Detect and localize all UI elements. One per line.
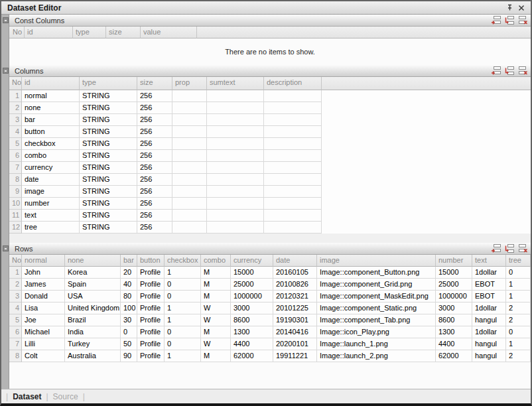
delete-row-button[interactable]	[517, 243, 528, 253]
cell-type[interactable]: STRING	[80, 138, 137, 150]
cell-checkbox[interactable]: 0	[165, 326, 201, 338]
cell-tree[interactable]: 1	[506, 279, 531, 291]
cell-prop[interactable]	[172, 174, 207, 186]
cell-description[interactable]	[264, 222, 322, 234]
cell-description[interactable]	[264, 150, 322, 162]
cell-checkbox[interactable]: 0	[165, 338, 201, 350]
add-row-button[interactable]	[490, 66, 501, 76]
cell-prop[interactable]	[172, 210, 207, 222]
cell-image[interactable]: Image::launch_1.png	[317, 338, 436, 350]
cell-image[interactable]: Image::component_Static.png	[317, 303, 436, 314]
row-number[interactable]: 5	[9, 138, 22, 150]
cell-tree[interactable]: 1	[506, 291, 531, 303]
cell-sumtext[interactable]	[207, 150, 264, 162]
cell-id[interactable]: normal	[22, 90, 80, 102]
cell-description[interactable]	[264, 102, 322, 114]
row-number[interactable]: 9	[9, 186, 22, 198]
cell-size[interactable]: 256	[137, 198, 172, 210]
insert-row-button[interactable]	[503, 66, 515, 76]
cell-none[interactable]: USA	[65, 291, 121, 303]
cell-tree[interactable]: 0	[506, 267, 531, 279]
delete-row-button[interactable]	[517, 66, 528, 76]
cell-tree[interactable]: 2	[506, 350, 531, 362]
cell-bar[interactable]: 90	[121, 350, 137, 362]
column-header-button[interactable]: button	[137, 255, 165, 267]
cell-number[interactable]: 15000	[436, 267, 472, 279]
cell-image[interactable]: Image::icon_Play.png	[317, 326, 436, 338]
column-header-id[interactable]: id	[25, 27, 73, 38]
cell-type[interactable]: STRING	[80, 198, 137, 210]
cell-date[interactable]: 20160105	[273, 267, 317, 279]
column-header-No[interactable]: No	[9, 27, 25, 38]
cell-combo[interactable]: M	[201, 350, 231, 362]
cell-sumtext[interactable]	[207, 126, 264, 138]
cell-currency[interactable]: 25000	[231, 279, 273, 291]
column-header-combo[interactable]: combo	[201, 255, 231, 267]
cell-checkbox[interactable]: 0	[165, 291, 201, 303]
cell-prop[interactable]	[172, 126, 207, 138]
close-button[interactable]	[516, 3, 527, 13]
collapse-section-icon[interactable]	[3, 17, 9, 23]
cell-normal[interactable]: Lisa	[22, 303, 65, 314]
column-header-type[interactable]: type	[80, 77, 137, 90]
cell-description[interactable]	[264, 162, 322, 174]
cell-sumtext[interactable]	[207, 114, 264, 126]
cell-type[interactable]: STRING	[80, 102, 137, 114]
delete-row-button[interactable]	[517, 15, 528, 25]
cell-number[interactable]: 1300	[436, 326, 472, 338]
cell-prop[interactable]	[172, 198, 207, 210]
cell-normal[interactable]: Michael	[22, 326, 65, 338]
cell-text[interactable]: hangul	[472, 350, 506, 362]
cell-prop[interactable]	[172, 90, 207, 102]
cell-bar[interactable]: 40	[121, 279, 137, 291]
cell-bar[interactable]: 0	[121, 326, 137, 338]
row-number[interactable]: 7	[9, 338, 22, 350]
cell-id[interactable]: none	[22, 102, 80, 114]
column-header-none[interactable]: none	[65, 255, 121, 267]
cell-id[interactable]: number	[22, 198, 80, 210]
cell-combo[interactable]: W	[201, 314, 231, 326]
cell-checkbox[interactable]: 1	[165, 350, 201, 362]
cell-id[interactable]: currency	[22, 162, 80, 174]
add-row-button[interactable]	[490, 243, 501, 253]
cell-button[interactable]: Profile	[137, 326, 165, 338]
cell-bar[interactable]: 50	[121, 338, 137, 350]
row-number[interactable]: 8	[9, 174, 22, 186]
row-number[interactable]: 11	[9, 210, 22, 222]
column-header-prop[interactable]: prop	[172, 77, 207, 90]
cell-size[interactable]: 256	[137, 186, 172, 198]
column-header-date[interactable]: date	[273, 255, 317, 267]
cell-prop[interactable]	[172, 138, 207, 150]
cell-type[interactable]: STRING	[80, 90, 137, 102]
cell-prop[interactable]	[172, 102, 207, 114]
cell-prop[interactable]	[172, 186, 207, 198]
cell-currency[interactable]: 15000	[231, 267, 273, 279]
cell-tree[interactable]: 2	[506, 314, 531, 326]
cell-type[interactable]: STRING	[80, 162, 137, 174]
collapse-section-icon[interactable]	[3, 68, 9, 74]
cell-checkbox[interactable]: 1	[165, 314, 201, 326]
column-header-No[interactable]: No	[9, 255, 22, 267]
column-header-size[interactable]: size	[137, 77, 172, 90]
cell-combo[interactable]: W	[201, 303, 231, 314]
cell-prop[interactable]	[172, 222, 207, 234]
cell-description[interactable]	[264, 174, 322, 186]
cell-size[interactable]: 256	[137, 90, 172, 102]
cell-button[interactable]: Profile	[137, 314, 165, 326]
cell-sumtext[interactable]	[207, 186, 264, 198]
cell-currency[interactable]: 1300	[231, 326, 273, 338]
cell-size[interactable]: 256	[137, 114, 172, 126]
cell-number[interactable]: 4400	[436, 338, 472, 350]
row-number[interactable]: 10	[9, 198, 22, 210]
column-header-text[interactable]: text	[472, 255, 506, 267]
row-number[interactable]: 1	[9, 90, 22, 102]
cell-id[interactable]: combo	[22, 150, 80, 162]
row-number[interactable]: 5	[9, 314, 22, 326]
cell-description[interactable]	[264, 138, 322, 150]
column-header-tree[interactable]: tree	[506, 255, 531, 267]
column-header-currency[interactable]: currency	[231, 255, 273, 267]
insert-row-button[interactable]	[503, 243, 515, 253]
cell-type[interactable]: STRING	[80, 210, 137, 222]
cell-sumtext[interactable]	[207, 174, 264, 186]
cell-image[interactable]: Image::component_Grid.png	[317, 279, 436, 291]
